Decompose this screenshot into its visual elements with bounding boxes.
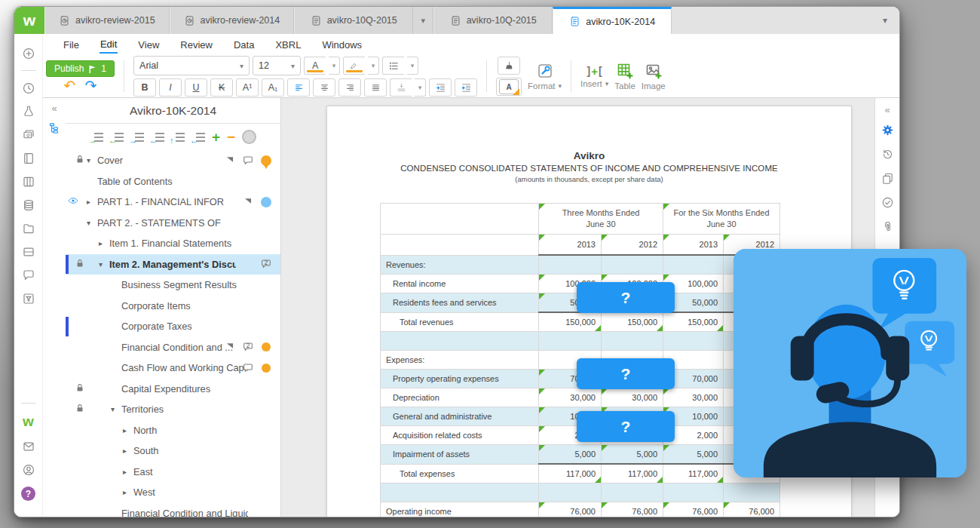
flag-icon[interactable]: [223, 340, 237, 354]
row-label-cell[interactable]: Operating income: [381, 502, 539, 518]
format-menu-button[interactable]: Format▾: [528, 62, 562, 91]
account-icon[interactable]: [22, 463, 35, 477]
text-color-button[interactable]: A: [304, 57, 326, 75]
binder-icon[interactable]: [22, 152, 35, 165]
create-plus-icon[interactable]: [22, 47, 35, 60]
strikethrough-button[interactable]: K: [210, 78, 233, 97]
insert-table-button[interactable]: Table: [614, 62, 635, 91]
value-cell[interactable]: 76,000: [602, 502, 663, 518]
value-cell[interactable]: [663, 483, 724, 502]
italic-button[interactable]: I: [159, 78, 182, 97]
menu-item[interactable]: View: [137, 37, 160, 53]
data-icon[interactable]: [22, 198, 35, 212]
status-circle-icon[interactable]: [242, 130, 256, 144]
value-cell[interactable]: 150,000: [663, 312, 724, 332]
settings-gear-icon[interactable]: [881, 124, 894, 140]
copies-icon[interactable]: [881, 172, 894, 188]
help-icon[interactable]: ?: [21, 487, 35, 501]
bold-button[interactable]: B: [133, 78, 156, 97]
hidden-value-question-button[interactable]: ?: [577, 411, 675, 442]
outline-item[interactable]: ▸ South: [66, 441, 280, 462]
document-tab[interactable]: avikro-10Q-2015: [294, 7, 413, 34]
highlight-caret[interactable]: ▾: [368, 57, 379, 75]
list-button[interactable]: [382, 57, 404, 75]
outline-item[interactable]: Financial Condition and ... 2: [66, 337, 280, 358]
align-right-button[interactable]: [338, 78, 361, 97]
format-painter-button[interactable]: [498, 57, 520, 75]
outline-item[interactable]: Financial Condition and Liquidity: [66, 503, 280, 517]
outline-item[interactable]: ▾ Territories: [66, 399, 280, 420]
value-cell[interactable]: 30,000: [539, 388, 602, 407]
outline-item[interactable]: Capital Expenditures: [66, 379, 280, 400]
outline-item[interactable]: ▸ Item 1. Financial Statements: [66, 233, 280, 254]
mail-icon[interactable]: [22, 440, 35, 453]
row-label-cell[interactable]: Impairment of assets: [381, 445, 539, 465]
value-cell[interactable]: [602, 332, 663, 351]
document-tab[interactable]: avikro-review-2015: [44, 7, 170, 34]
expand-caret-icon[interactable]: ▸: [123, 426, 133, 434]
value-cell[interactable]: [724, 483, 780, 502]
hidden-value-question-button[interactable]: ?: [577, 282, 675, 313]
certification-flask-icon[interactable]: [22, 105, 35, 118]
move-section-up-icon[interactable]: ↑: [171, 132, 185, 143]
status-dot[interactable]: [259, 154, 273, 167]
flag-icon[interactable]: [241, 195, 255, 209]
insert-section-after-icon[interactable]: ←: [110, 132, 124, 143]
year-header-cell[interactable]: 2013: [539, 235, 602, 256]
row-label-cell[interactable]: [381, 483, 539, 502]
expand-caret-icon[interactable]: ▾: [111, 405, 121, 413]
filter-icon[interactable]: [22, 292, 35, 305]
table-label-header[interactable]: [381, 235, 539, 256]
value-cell[interactable]: 117,000: [602, 464, 663, 483]
value-cell[interactable]: [539, 332, 602, 351]
outline-item[interactable]: Corporate Taxes: [66, 316, 280, 337]
line-spacing-caret[interactable]: ▾: [415, 78, 426, 97]
hidden-value-question-button[interactable]: ?: [577, 358, 675, 389]
expand-caret-icon[interactable]: ▾: [87, 219, 97, 227]
value-cell[interactable]: [663, 255, 724, 275]
superscript-button[interactable]: A¹: [236, 78, 259, 97]
value-cell[interactable]: 30,000: [602, 388, 663, 407]
expand-caret-icon[interactable]: ▾: [87, 156, 97, 164]
row-label-cell[interactable]: Total expenses: [381, 464, 539, 483]
outline-item[interactable]: Table of Contents: [66, 171, 280, 192]
value-cell[interactable]: 150,000: [539, 312, 602, 332]
row-label-cell[interactable]: Total revenues: [381, 312, 539, 332]
publish-button[interactable]: Publish 1: [46, 60, 115, 77]
recent-clock-icon[interactable]: [22, 81, 35, 95]
outline-view-icon[interactable]: [48, 121, 61, 134]
tasks-check-icon[interactable]: [881, 196, 894, 212]
font-size-select[interactable]: 12 ▾: [253, 56, 301, 75]
indent-button[interactable]: [429, 78, 452, 97]
attachments-clip-icon[interactable]: [881, 220, 894, 236]
add-section-icon[interactable]: +: [212, 132, 220, 143]
outline-item[interactable]: Cash Flow and Working Cap...: [66, 358, 280, 379]
row-label-cell[interactable]: Property operating expenses: [381, 370, 539, 388]
collapse-outline-icon[interactable]: «: [51, 103, 57, 114]
value-cell[interactable]: 30,000: [663, 388, 724, 407]
row-label-cell[interactable]: Residents fees and services: [381, 293, 539, 313]
comment-icon[interactable]: 2: [241, 340, 255, 354]
underline-button[interactable]: U: [185, 78, 207, 97]
workiva-logo[interactable]: w: [14, 7, 44, 34]
menu-item[interactable]: Data: [233, 37, 255, 53]
insert-image-button[interactable]: Image: [642, 62, 666, 91]
subscript-button[interactable]: A₁: [262, 78, 284, 97]
document-tab[interactable]: avikro-10K-2014: [553, 7, 672, 34]
menu-item[interactable]: Review: [179, 37, 213, 53]
line-spacing-button[interactable]: [390, 78, 412, 97]
highlight-button[interactable]: [343, 57, 365, 75]
redo-icon[interactable]: ↷: [85, 80, 97, 92]
sections-icon[interactable]: [22, 245, 35, 259]
tab-dropdown-caret[interactable]: ▾: [413, 7, 433, 34]
font-family-select[interactable]: Arial ▾: [133, 56, 250, 75]
files-folder-icon[interactable]: [22, 222, 35, 235]
expand-caret-icon[interactable]: ▸: [87, 198, 97, 206]
expand-caret-icon[interactable]: ▸: [123, 468, 133, 476]
year-header-cell[interactable]: 2012: [602, 235, 663, 256]
value-cell[interactable]: 117,000: [539, 464, 602, 483]
row-label-cell[interactable]: [381, 332, 539, 351]
align-justify-button[interactable]: [364, 78, 387, 97]
value-cell[interactable]: 5,000: [602, 445, 663, 465]
column-group-three-months[interactable]: Three Months Ended June 30: [539, 204, 663, 235]
